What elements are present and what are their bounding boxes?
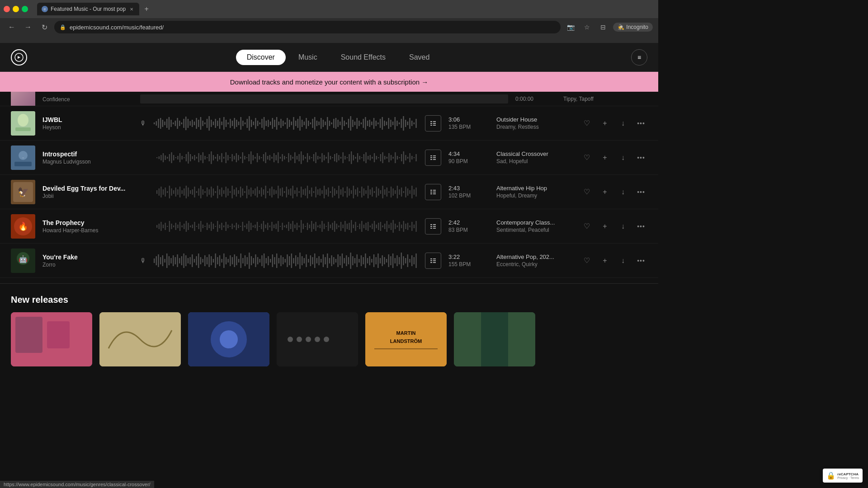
nav-tab-discover[interactable]: Discover <box>236 50 286 65</box>
svg-rect-223 <box>347 157 348 158</box>
more-options-button[interactable]: ••• <box>635 220 647 233</box>
more-options-button[interactable]: ••• <box>635 186 647 198</box>
svg-rect-242 <box>387 157 387 159</box>
track-row[interactable]: 🔥 The Prophecy Howard Harper-Barnes 2:42… <box>0 209 658 244</box>
svg-rect-304 <box>248 189 249 195</box>
svg-rect-388 <box>156 225 157 228</box>
svg-rect-262 <box>160 187 161 197</box>
svg-rect-109 <box>377 122 378 124</box>
active-browser-tab[interactable]: e Featured Music - Our most pop ✕ <box>37 3 139 15</box>
svg-rect-333 <box>309 190 310 194</box>
download-button[interactable]: ↓ <box>617 117 629 130</box>
svg-rect-286 <box>211 187 212 197</box>
more-options-button[interactable]: ••• <box>635 117 647 130</box>
like-button[interactable]: ♡ <box>580 186 593 198</box>
svg-rect-176 <box>248 154 249 161</box>
svg-rect-525 <box>173 255 174 266</box>
window-maximize-button[interactable] <box>22 6 28 12</box>
stem-icon[interactable] <box>425 115 441 131</box>
release-card[interactable]: MARTIN LANDSTRÖM <box>365 312 447 366</box>
download-button[interactable]: ↓ <box>617 186 629 198</box>
like-button[interactable]: ♡ <box>580 220 593 233</box>
nav-menu-button[interactable]: ≡ <box>631 49 647 66</box>
address-bar[interactable]: 🔒 epidemicsound.com/music/featured/ <box>54 21 561 33</box>
nav-tab-sound-effects[interactable]: Sound Effects <box>330 50 396 65</box>
svg-rect-94 <box>346 122 347 124</box>
svg-rect-184 <box>265 152 266 163</box>
app-logo[interactable] <box>11 49 27 66</box>
stem-icon[interactable] <box>425 218 441 235</box>
window-close-button[interactable] <box>4 6 10 12</box>
release-card[interactable] <box>277 312 358 366</box>
stem-icon[interactable] <box>425 253 441 269</box>
download-button[interactable]: ↓ <box>617 151 629 164</box>
svg-rect-414 <box>211 222 212 231</box>
nav-tab-saved[interactable]: Saved <box>398 50 440 65</box>
download-button[interactable]: ↓ <box>617 220 629 233</box>
svg-rect-209 <box>317 156 318 160</box>
svg-rect-220 <box>340 157 341 159</box>
svg-rect-400 <box>181 225 182 227</box>
svg-rect-27 <box>204 122 205 124</box>
back-button[interactable]: ← <box>5 21 18 33</box>
svg-rect-599 <box>329 258 330 263</box>
camera-off-button[interactable]: 📷 <box>564 21 577 33</box>
track-row[interactable]: ~ Introspectif Magnus Ludvigsson 4:34 90… <box>0 141 658 175</box>
svg-rect-351 <box>347 187 348 197</box>
svg-rect-536 <box>196 256 197 265</box>
track-thumbnail-introspectif: ~ <box>11 145 35 170</box>
svg-rect-349 <box>343 188 344 197</box>
like-button[interactable]: ♡ <box>580 151 593 164</box>
svg-rect-252 <box>407 157 408 159</box>
promo-banner[interactable]: Download tracks and monetize your conten… <box>0 72 658 92</box>
add-button[interactable]: + <box>599 254 611 267</box>
svg-rect-204 <box>307 153 308 162</box>
release-card[interactable] <box>454 312 535 366</box>
release-card[interactable] <box>99 312 181 366</box>
stem-icon[interactable] <box>425 184 441 200</box>
svg-rect-83 <box>323 120 324 127</box>
svg-rect-249 <box>401 154 402 161</box>
svg-rect-87 <box>331 122 332 124</box>
like-button[interactable]: ♡ <box>580 117 593 130</box>
svg-rect-91 <box>340 122 340 125</box>
svg-rect-295 <box>230 191 231 193</box>
svg-rect-540 <box>204 255 205 266</box>
add-button[interactable]: + <box>599 117 611 130</box>
browser-titlebar: e Featured Music - Our most pop ✕ + <box>0 0 658 18</box>
window-minimize-button[interactable] <box>13 6 19 12</box>
svg-rect-384 <box>415 188 416 197</box>
track-row[interactable]: 🤖 You're Fake Zorro 🎙 3:22 155 BPM <box>0 244 658 278</box>
like-button[interactable]: ♡ <box>580 254 593 267</box>
tab-close-button[interactable]: ✕ <box>128 6 135 12</box>
svg-rect-451 <box>288 222 289 231</box>
add-button[interactable]: + <box>599 151 611 164</box>
more-options-button[interactable]: ••• <box>635 151 647 164</box>
add-button[interactable]: + <box>599 220 611 233</box>
add-button[interactable]: + <box>599 186 611 198</box>
svg-rect-509 <box>410 225 410 227</box>
refresh-button[interactable]: ↻ <box>38 21 51 33</box>
release-card[interactable] <box>188 312 269 366</box>
stem-icon[interactable] <box>425 150 441 166</box>
new-tab-button[interactable]: + <box>141 4 152 14</box>
track-info-introspectif: Introspectif Magnus Ludvigsson <box>42 150 133 165</box>
svg-rect-9 <box>166 119 167 128</box>
more-options-button[interactable]: ••• <box>635 254 647 267</box>
svg-rect-231 <box>363 154 364 161</box>
svg-rect-314 <box>269 188 270 196</box>
svg-rect-250 <box>403 151 404 164</box>
svg-rect-222 <box>344 156 345 160</box>
download-button[interactable]: ↓ <box>617 254 629 267</box>
bookmark-button[interactable]: ☆ <box>580 21 593 33</box>
split-view-button[interactable]: ⊟ <box>597 21 609 33</box>
track-row[interactable]: 🦅 Deviled Egg Trays for Dev... Jobii 2:4… <box>0 175 658 209</box>
svg-rect-439 <box>263 221 264 232</box>
forward-button[interactable]: → <box>22 21 34 33</box>
nav-tab-music[interactable]: Music <box>288 50 328 65</box>
svg-rect-155 <box>204 156 205 160</box>
track-row[interactable]: IJWBL Heyson 🎙 3:06 135 BPM Outsider Hou… <box>0 106 658 141</box>
svg-rect-35 <box>222 122 222 125</box>
svg-rect-381 <box>410 190 410 194</box>
release-card[interactable] <box>11 312 92 366</box>
